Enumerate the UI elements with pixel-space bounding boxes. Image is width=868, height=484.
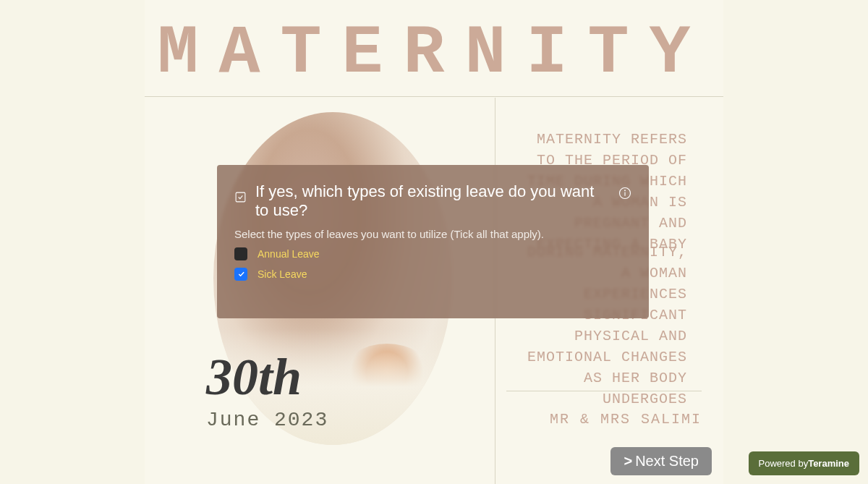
checkbox-icon (234, 191, 247, 203)
svg-point-3 (625, 190, 626, 191)
title-divider (145, 96, 723, 97)
checkbox-input-sick[interactable] (234, 268, 247, 281)
question-modal: If yes, which types of existing leave do… (217, 165, 649, 318)
checkbox-input-annual[interactable] (234, 247, 247, 260)
checkbox-option-sick[interactable]: Sick Leave (234, 268, 631, 281)
checkbox-label: Sick Leave (258, 268, 307, 280)
chevron-right-icon: > (624, 453, 632, 470)
svg-rect-0 (236, 192, 245, 202)
signature-divider (506, 391, 702, 391)
modal-header: If yes, which types of existing leave do… (234, 182, 631, 221)
powered-by-badge[interactable]: Powered byTeramine (749, 451, 860, 475)
date-overlay: 30th June 2023 (206, 351, 328, 431)
next-step-button[interactable]: > Next Step (610, 447, 712, 475)
powered-prefix: Powered by (759, 458, 809, 469)
modal-question: If yes, which types of existing leave do… (255, 182, 610, 221)
info-icon[interactable] (618, 187, 631, 200)
signature-line: MR & MRS SALIMI (506, 411, 702, 428)
check-icon (237, 270, 245, 278)
checkbox-label: Annual Leave (258, 248, 320, 260)
page-title: MATERNITY (145, 14, 723, 93)
checkbox-option-annual[interactable]: Annual Leave (234, 247, 631, 260)
date-month: June 2023 (206, 409, 328, 431)
next-step-label: Next Step (635, 453, 699, 470)
date-day: 30th (206, 351, 328, 403)
page-root: MATERNITY 30th June 2023 MATERNITY REFER… (0, 0, 868, 484)
modal-instruction: Select the types of leaves you want to u… (234, 228, 631, 240)
powered-brand: Teramine (808, 458, 849, 469)
